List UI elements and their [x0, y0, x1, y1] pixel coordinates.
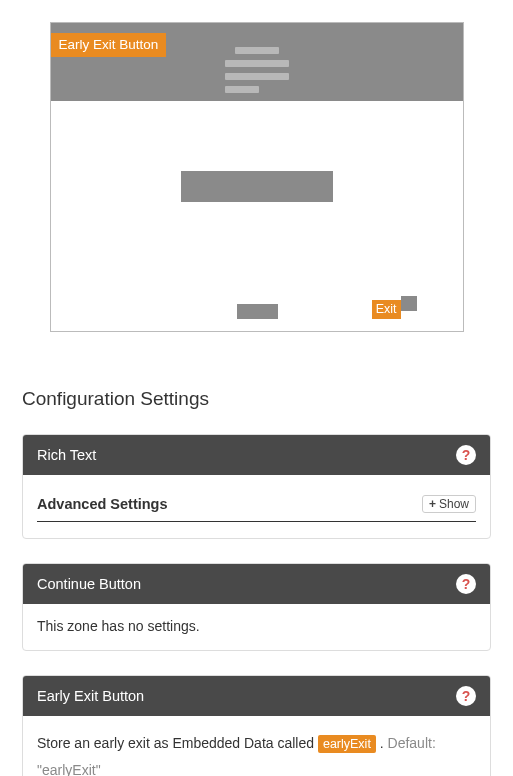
panel-body-early-exit: Store an early exit as Embedded Data cal… — [23, 716, 490, 776]
default-prefix: Default: — [388, 735, 436, 751]
panel-continue-button: Continue Button ? This zone has no setti… — [22, 563, 491, 651]
show-button-label: Show — [439, 497, 469, 511]
default-value: "earlyExit" — [37, 762, 101, 776]
help-icon[interactable]: ? — [456, 574, 476, 594]
plus-icon: + — [429, 498, 436, 510]
embedded-data-field-name[interactable]: earlyExit — [318, 735, 376, 753]
panel-body-rich-text: Advanced Settings + Show — [23, 475, 490, 538]
help-icon[interactable]: ? — [456, 686, 476, 706]
early-exit-label-chip: Early Exit Button — [51, 33, 167, 57]
early-exit-lead-text: Store an early exit as Embedded Data cal… — [37, 735, 318, 751]
advanced-settings-row: Advanced Settings + Show — [37, 489, 476, 522]
panel-rich-text: Rich Text ? Advanced Settings + Show — [22, 434, 491, 539]
preview-header: Early Exit Button — [51, 23, 463, 101]
exit-chip: Exit — [372, 300, 401, 319]
show-advanced-button[interactable]: + Show — [422, 495, 476, 513]
early-exit-punct: . — [380, 735, 388, 751]
panel-head-early-exit: Early Exit Button ? — [23, 676, 490, 716]
screen-preview: Early Exit Button Exit — [50, 22, 464, 332]
continue-no-settings-text: This zone has no settings. — [37, 618, 200, 634]
help-icon[interactable]: ? — [456, 445, 476, 465]
hamburger-icon — [225, 47, 289, 93]
exit-grey-box — [401, 296, 417, 311]
advanced-settings-label: Advanced Settings — [37, 496, 168, 512]
exit-button-placeholder: Exit — [372, 300, 417, 319]
panel-body-continue: This zone has no settings. — [23, 604, 490, 650]
rich-text-placeholder — [181, 171, 333, 202]
panel-head-rich-text: Rich Text ? — [23, 435, 490, 475]
continue-button-placeholder — [237, 304, 278, 319]
panel-title-continue: Continue Button — [37, 576, 141, 592]
panel-title-early-exit: Early Exit Button — [37, 688, 144, 704]
early-exit-label-text: Early Exit Button — [59, 37, 159, 52]
panel-head-continue: Continue Button ? — [23, 564, 490, 604]
configuration-settings-heading: Configuration Settings — [22, 388, 491, 410]
panel-title-rich-text: Rich Text — [37, 447, 96, 463]
preview-body: Exit — [51, 101, 463, 331]
panel-early-exit: Early Exit Button ? Store an early exit … — [22, 675, 491, 776]
